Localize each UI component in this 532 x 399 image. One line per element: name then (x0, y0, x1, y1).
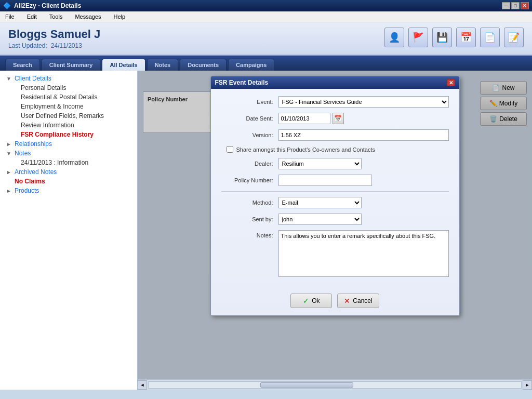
policy-number-row: Policy Number: (221, 175, 449, 186)
tree-expand-client-details: ▼ (6, 76, 12, 82)
event-label: Event: (221, 99, 278, 105)
header-client-info: Bloggs Samuel J Last Updated: 24/11/2013 (8, 28, 100, 49)
tree-item-archived-notes[interactable]: ►Archived Notes (2, 167, 135, 177)
tree-label-personal-details: Personal Details (21, 84, 66, 91)
menu-item-messages[interactable]: Messages (73, 12, 103, 21)
tree-expand-relationships: ► (6, 141, 12, 147)
tree-item-user-defined[interactable]: User Defined Fields, Remarks (2, 111, 135, 121)
titlebar-left: 🔷 All2Ezy - Client Details (3, 2, 81, 9)
header-icons: 👤 🚩 💾 📅 📄 📝 (384, 28, 524, 47)
tab-documents[interactable]: Documents (180, 59, 227, 71)
calendar-button[interactable]: 📅 (332, 113, 344, 124)
menu-item-edit[interactable]: Edit (25, 12, 39, 21)
scroll-left-arrow[interactable]: ◄ (138, 380, 147, 390)
ok-icon: ✓ (303, 297, 309, 305)
ok-label: Ok (312, 297, 320, 304)
scrollbar-area: ◄ ► (138, 379, 532, 390)
method-row: Method: E-mailPostFaxIn Person (221, 197, 449, 208)
notes-label: Notes: (221, 230, 278, 238)
cancel-button[interactable]: ✕ Cancel (337, 294, 379, 308)
dialog-body: Event: FSG - Financial Services Guide Da… (211, 89, 459, 289)
maximize-button[interactable]: □ (511, 2, 520, 9)
last-updated: Last Updated: 24/11/2013 (8, 42, 100, 49)
dealer-row: Dealer: Resilium (221, 158, 449, 169)
tree-item-fsr-compliance[interactable]: FSR Compliance History (2, 130, 135, 139)
minimize-button[interactable]: ─ (502, 2, 510, 9)
policy-number-input[interactable] (278, 175, 372, 186)
tree-item-notes-node[interactable]: ▼Notes (2, 149, 135, 158)
titlebar: 🔷 All2Ezy - Client Details ─ □ ✕ (0, 0, 532, 11)
content-area: Policy Number 📄 New ✏️ Modify 🗑️ Delete … (138, 71, 532, 390)
sent-by-select[interactable]: john (278, 214, 362, 225)
version-input[interactable] (278, 129, 449, 141)
tree-expand-archived-notes: ► (6, 169, 12, 175)
calendar-icon[interactable]: 📅 (456, 28, 476, 47)
tree-label-note-entry: 24/11/2013 : Information (21, 159, 88, 166)
menu-item-tools[interactable]: Tools (47, 12, 65, 21)
dialog-footer: ✓ Ok ✕ Cancel (211, 289, 459, 315)
document-icon[interactable]: 📄 (480, 28, 500, 47)
sidebar: ▼Client DetailsPersonal DetailsResidenti… (0, 71, 138, 390)
tree-label-no-claims: No Claims (15, 178, 45, 185)
tab-all-details[interactable]: All Details (102, 59, 145, 71)
notes-row: Notes: This allows you to enter a remark… (221, 230, 449, 277)
date-wrapper: 📅 (278, 113, 344, 124)
tree-item-personal-details[interactable]: Personal Details (2, 83, 135, 92)
date-sent-label: Date Sent: (221, 115, 278, 122)
share-checkbox[interactable] (227, 146, 233, 153)
sent-by-row: Sent by: john (221, 214, 449, 225)
dialog-overlay: FSR Event Details ✕ Event: FSG - Financi… (138, 71, 532, 390)
dialog-divider (221, 191, 449, 192)
notes-textarea[interactable]: This allows you to enter a remark specif… (278, 230, 449, 277)
tree-item-residential-postal[interactable]: Residential & Postal Details (2, 92, 135, 102)
titlebar-controls: ─ □ ✕ (502, 2, 529, 9)
tree-label-residential-postal: Residential & Postal Details (21, 94, 97, 101)
edit-icon[interactable]: 📝 (504, 28, 524, 47)
tree-item-no-claims[interactable]: No Claims (2, 177, 135, 186)
tree-item-products[interactable]: ►Products (2, 186, 135, 195)
tree-label-notes-node: Notes (15, 150, 31, 157)
tree-item-review-info[interactable]: Review Information (2, 121, 135, 130)
tree-expand-notes-node: ▼ (6, 151, 12, 156)
navtabs: SearchClient SummaryAll DetailsNotesDocu… (0, 56, 532, 71)
flag-icon[interactable]: 🚩 (408, 28, 428, 47)
dialog-titlebar: FSR Event Details ✕ (211, 76, 459, 89)
tree-item-note-entry[interactable]: 24/11/2013 : Information (2, 158, 135, 167)
tree-expand-products: ► (6, 188, 12, 194)
dealer-select[interactable]: Resilium (278, 158, 362, 169)
tree-label-review-info: Review Information (21, 122, 74, 129)
event-select[interactable]: FSG - Financial Services Guide (278, 96, 449, 108)
fsr-event-dialog: FSR Event Details ✕ Event: FSG - Financi… (210, 76, 460, 316)
dealer-label: Dealer: (221, 161, 278, 167)
event-row: Event: FSG - Financial Services Guide (221, 96, 449, 108)
person-icon[interactable]: 👤 (384, 28, 404, 47)
app-icon: 🔷 (3, 2, 11, 9)
close-button[interactable]: ✕ (521, 2, 529, 9)
tab-campaigns[interactable]: Campaigns (228, 59, 274, 71)
tab-notes[interactable]: Notes (147, 59, 179, 71)
tab-client-summary[interactable]: Client Summary (42, 59, 101, 71)
cancel-label: Cancel (353, 297, 372, 304)
menu-item-file[interactable]: File (3, 12, 17, 21)
tab-search[interactable]: Search (5, 59, 40, 71)
tree-label-relationships: Relationships (15, 140, 52, 148)
scroll-thumb[interactable] (260, 382, 353, 388)
tree-item-relationships[interactable]: ►Relationships (2, 139, 135, 149)
tree-label-client-details: Client Details (15, 75, 51, 82)
scroll-right-arrow[interactable]: ► (523, 380, 532, 390)
tree-label-employment-income: Employment & Income (21, 103, 84, 110)
version-row: Version: (221, 129, 449, 141)
menu-item-help[interactable]: Help (112, 12, 128, 21)
method-select[interactable]: E-mailPostFaxIn Person (278, 197, 362, 208)
header: Bloggs Samuel J Last Updated: 24/11/2013… (0, 22, 532, 56)
tree-item-employment-income[interactable]: Employment & Income (2, 102, 135, 111)
dialog-close-button[interactable]: ✕ (447, 79, 455, 86)
client-name: Bloggs Samuel J (8, 28, 100, 41)
scroll-track[interactable] (148, 381, 522, 389)
sent-by-label: Sent by: (221, 216, 278, 222)
save-icon[interactable]: 💾 (432, 28, 452, 47)
dialog-title: FSR Event Details (215, 79, 269, 86)
ok-button[interactable]: ✓ Ok (290, 294, 332, 308)
date-sent-input[interactable] (278, 113, 330, 124)
tree-item-client-details[interactable]: ▼Client Details (2, 74, 135, 83)
